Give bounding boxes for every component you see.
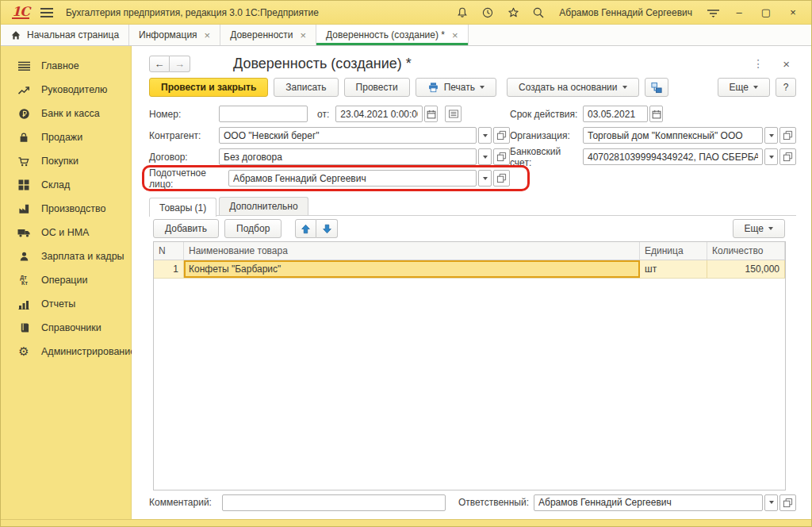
tab-close-icon[interactable]: × bbox=[301, 29, 307, 41]
sidebar-item-sales[interactable]: Продажи bbox=[1, 125, 131, 149]
main-menu-icon[interactable] bbox=[40, 8, 53, 17]
date-input[interactable] bbox=[335, 106, 423, 122]
settings-menu-icon[interactable] bbox=[703, 4, 722, 21]
validity-label: Срок действия: bbox=[510, 109, 583, 120]
counterparty-dropdown-button[interactable] bbox=[478, 127, 492, 144]
open-link-icon bbox=[783, 498, 793, 508]
post-button[interactable]: Провести bbox=[344, 78, 410, 97]
sidebar-item-directories[interactable]: Справочники bbox=[1, 316, 131, 340]
number-list-button[interactable] bbox=[445, 106, 462, 122]
responsible-dropdown-button[interactable] bbox=[764, 494, 778, 511]
bank-account-input[interactable] bbox=[583, 148, 763, 165]
goods-table: N Наименование товара Единица Количество… bbox=[153, 241, 786, 490]
maximize-button[interactable]: ▢ bbox=[756, 4, 776, 21]
close-window-button[interactable]: × bbox=[783, 4, 803, 21]
tab-attorney-new[interactable]: Доверенность (создание) * × bbox=[316, 25, 468, 45]
sidebar-item-main[interactable]: Главное bbox=[1, 54, 131, 78]
structure-icon bbox=[650, 82, 663, 94]
bank-account-dropdown-button[interactable] bbox=[764, 148, 778, 165]
sidebar-item-reports[interactable]: Отчеты bbox=[1, 292, 131, 316]
sidebar-item-administration[interactable]: ⚙ Администрирование bbox=[1, 340, 131, 364]
contract-input[interactable] bbox=[219, 148, 477, 165]
structure-links-button[interactable] bbox=[645, 78, 668, 97]
tab-home[interactable]: Начальная страница bbox=[1, 25, 129, 45]
chevron-down-icon bbox=[769, 501, 774, 504]
tab-information[interactable]: Информация × bbox=[129, 25, 220, 45]
cell-quantity[interactable]: 150,000 bbox=[707, 260, 785, 278]
help-button[interactable]: ? bbox=[776, 78, 796, 97]
tab-label: Дополнительно bbox=[229, 201, 297, 212]
sidebar-item-fixed-assets[interactable]: ОС и НМА bbox=[1, 221, 131, 244]
move-up-button[interactable] bbox=[295, 219, 316, 238]
arrow-up-icon bbox=[301, 224, 311, 234]
home-icon bbox=[10, 30, 21, 40]
favorites-star-icon[interactable] bbox=[504, 4, 523, 21]
validity-date-input[interactable] bbox=[583, 106, 648, 122]
accountable-person-dropdown-button[interactable] bbox=[478, 170, 492, 187]
sidebar-item-production[interactable]: Производство bbox=[1, 197, 131, 221]
add-row-button[interactable]: Добавить bbox=[153, 219, 219, 238]
cell-goods-name-selected[interactable]: Конфеты "Барбарис" bbox=[184, 260, 640, 278]
bank-account-open-button[interactable] bbox=[779, 148, 796, 165]
minimize-button[interactable]: – bbox=[729, 4, 749, 21]
forward-button[interactable]: → bbox=[170, 56, 190, 72]
notifications-bell-icon[interactable] bbox=[453, 4, 472, 21]
validity-calendar-button[interactable] bbox=[649, 106, 663, 122]
tab-additional[interactable]: Дополнительно bbox=[219, 197, 308, 215]
save-button[interactable]: Записать bbox=[274, 78, 338, 97]
post-and-close-button[interactable]: Провести и закрыть bbox=[149, 78, 268, 97]
sidebar-item-manager[interactable]: Руководителю bbox=[1, 78, 131, 102]
accountable-person-input[interactable] bbox=[228, 170, 477, 187]
truck-icon bbox=[17, 226, 31, 239]
organization-dropdown-button[interactable] bbox=[764, 127, 778, 144]
comment-input[interactable] bbox=[222, 494, 446, 511]
date-calendar-button[interactable] bbox=[424, 106, 438, 122]
back-button[interactable]: ← bbox=[149, 56, 170, 72]
tab-goods[interactable]: Товары (1) bbox=[149, 198, 216, 217]
history-clock-icon[interactable] bbox=[478, 4, 497, 21]
counterparty-input[interactable] bbox=[219, 127, 477, 144]
more-menu-dots-icon[interactable]: ⋮ bbox=[753, 57, 764, 70]
counterparty-field bbox=[219, 127, 510, 144]
cell-unit[interactable]: шт bbox=[640, 260, 707, 278]
search-icon[interactable] bbox=[529, 4, 548, 21]
accountable-person-field bbox=[228, 170, 510, 187]
tab-close-icon[interactable]: × bbox=[205, 29, 211, 41]
accountable-person-open-button[interactable] bbox=[493, 170, 510, 187]
close-form-icon[interactable]: × bbox=[783, 57, 790, 71]
organization-open-button[interactable] bbox=[779, 127, 796, 144]
sidebar-item-operations[interactable]: Дт Кт Операции bbox=[1, 268, 131, 292]
organization-input[interactable] bbox=[583, 127, 763, 144]
table-row[interactable]: 1 Конфеты "Барбарис" шт 150,000 bbox=[154, 260, 785, 279]
responsible-open-button[interactable] bbox=[779, 494, 796, 511]
create-based-on-button[interactable]: Создать на основании bbox=[507, 78, 639, 97]
sidebar-item-salary-hr[interactable]: Зарплата и кадры bbox=[1, 244, 131, 268]
column-header-unit[interactable]: Единица bbox=[640, 242, 707, 260]
contract-dropdown-button[interactable] bbox=[478, 148, 492, 165]
sidebar-item-warehouse[interactable]: Склад bbox=[1, 173, 131, 197]
responsible-input[interactable] bbox=[534, 494, 763, 511]
toolbar-more-button[interactable]: Еще bbox=[718, 78, 770, 97]
column-header-n[interactable]: N bbox=[154, 242, 184, 260]
sidebar-item-label: ОС и НМА bbox=[41, 227, 89, 238]
tab-attorneys[interactable]: Доверенности × bbox=[220, 25, 316, 45]
button-label: Провести bbox=[356, 82, 398, 93]
tab-close-icon[interactable]: × bbox=[452, 29, 458, 41]
counterparty-open-button[interactable] bbox=[493, 127, 510, 144]
organization-field bbox=[583, 127, 796, 144]
pick-button[interactable]: Подбор bbox=[224, 219, 282, 238]
sidebar-item-purchases[interactable]: Покупки bbox=[1, 149, 131, 173]
current-user[interactable]: Абрамов Геннадий Сергеевич bbox=[559, 7, 692, 18]
1c-logo: 1С bbox=[12, 6, 29, 19]
column-header-quantity[interactable]: Количество bbox=[707, 242, 785, 260]
sidebar-item-bank-cash[interactable]: Банк и касса bbox=[1, 102, 131, 125]
table-empty-area[interactable] bbox=[154, 279, 785, 490]
contract-open-button[interactable] bbox=[493, 148, 510, 165]
button-label: Еще bbox=[745, 223, 764, 234]
column-header-name[interactable]: Наименование товара bbox=[184, 242, 640, 260]
move-down-button[interactable] bbox=[316, 219, 338, 238]
print-button[interactable]: Печать bbox=[416, 78, 496, 97]
number-input[interactable] bbox=[219, 106, 308, 122]
cell-row-number[interactable]: 1 bbox=[154, 260, 184, 278]
table-more-button[interactable]: Еще bbox=[733, 219, 785, 238]
